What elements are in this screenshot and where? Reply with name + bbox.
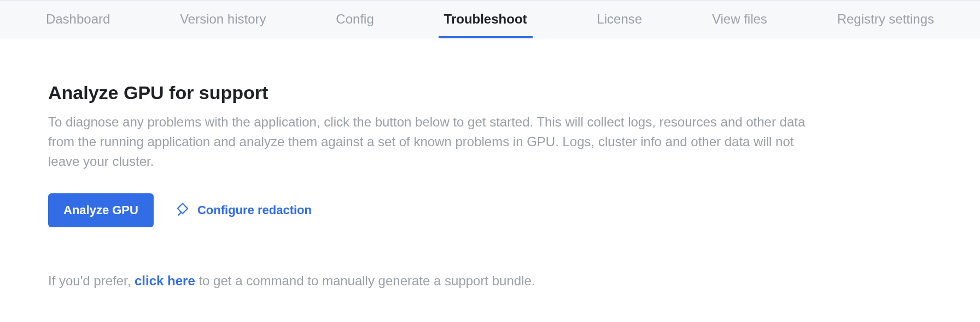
tab-config[interactable]: Config [330, 1, 379, 38]
configure-redaction-link[interactable]: Configure redaction [176, 203, 312, 218]
analyze-button[interactable]: Analyze GPU [48, 193, 154, 227]
footer-suffix: to get a command to manually generate a … [195, 273, 535, 288]
page-description: To diagnose any problems with the applic… [48, 112, 827, 171]
tab-registry-settings[interactable]: Registry settings [832, 1, 940, 38]
tab-view-files[interactable]: View files [707, 1, 773, 38]
footer-prefix: If you'd prefer, [48, 273, 135, 288]
click-here-link[interactable]: click here [135, 273, 195, 288]
configure-redaction-label: Configure redaction [197, 203, 312, 217]
main-content: Analyze GPU for support To diagnose any … [0, 38, 875, 291]
actions-row: Analyze GPU Configure redaction [48, 193, 827, 227]
footer-text: If you'd prefer, click here to get a com… [48, 271, 827, 291]
tab-license[interactable]: License [591, 1, 648, 38]
tab-dashboard[interactable]: Dashboard [40, 1, 115, 38]
svg-rect-0 [178, 204, 188, 214]
tab-version-history[interactable]: Version history [174, 1, 271, 38]
page-title: Analyze GPU for support [48, 82, 827, 104]
tab-troubleshoot[interactable]: Troubleshoot [439, 1, 533, 38]
nav-tabs: Dashboard Version history Config Trouble… [0, 0, 980, 38]
redaction-icon [176, 203, 191, 218]
